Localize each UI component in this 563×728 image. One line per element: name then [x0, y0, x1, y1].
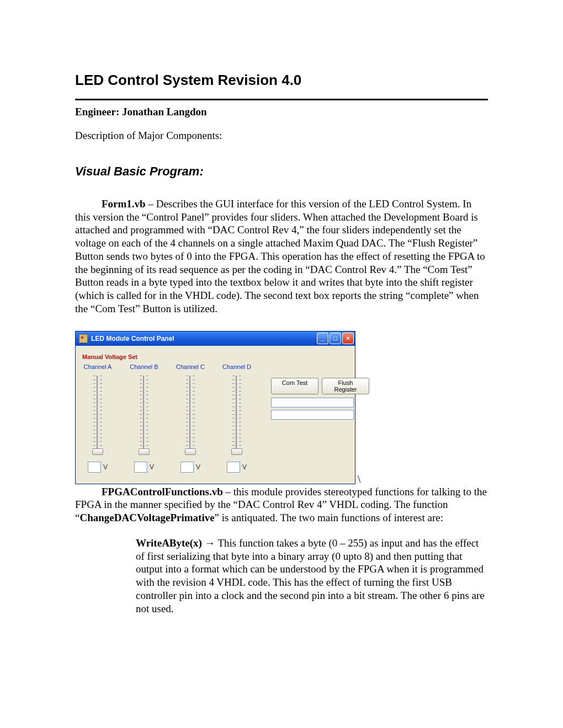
form1-body: – Describes the GUI interface for this v…	[75, 198, 485, 314]
fpga-paragraph: FPGAControlFunctions.vb – this module pr…	[75, 485, 488, 524]
window-icon	[79, 334, 88, 343]
stray-backslash: \	[358, 473, 360, 485]
channel-a-label: Channel A	[84, 363, 112, 370]
form1-paragraph: Form1.vb – Describes the GUI interface f…	[75, 197, 488, 315]
channel-c: Channel C V	[176, 363, 205, 473]
close-button[interactable]: ×	[342, 333, 354, 344]
section-vb-heading: Visual Basic Program:	[75, 164, 488, 179]
channel-d: Channel D V	[222, 363, 251, 473]
page-title: LED Control System Revision 4.0	[75, 72, 488, 89]
channel-b: Channel B V	[130, 363, 158, 473]
channel-a: Channel A V	[83, 363, 112, 473]
changedac-name: ChangeDACVoltagePrimative	[79, 512, 214, 523]
title-rule	[75, 99, 488, 100]
group-label: Manual Voltage Set	[81, 354, 353, 360]
form1-name: Form1.vb	[102, 198, 146, 210]
components-heading: Description of Major Components:	[75, 129, 488, 142]
engineer-line: Engineer: Jonathan Langdon	[75, 106, 488, 118]
channel-b-slider[interactable]	[137, 376, 151, 453]
channel-c-label: Channel C	[176, 363, 205, 370]
manual-voltage-group: Manual Voltage Set Channel A	[80, 350, 352, 473]
writeabyte-name: WriteAByte(x) →	[136, 537, 217, 549]
channel-b-label: Channel B	[130, 363, 158, 370]
channel-a-slider[interactable]	[91, 376, 105, 453]
fpga-name: FPGAControlFunctions.vb	[102, 486, 223, 497]
maximize-button[interactable]: □	[330, 333, 341, 344]
window-titlebar[interactable]: LED Module Control Panel _ □ ×	[76, 331, 355, 346]
channel-b-value[interactable]	[134, 462, 147, 473]
control-panel-window: LED Module Control Panel _ □ × Manual Vo…	[75, 331, 355, 484]
writeabyte-paragraph: WriteAByte(x) → This function takes a by…	[136, 537, 488, 615]
com-test-output[interactable]	[271, 410, 354, 420]
unit-label: V	[196, 463, 200, 471]
channel-d-value[interactable]	[227, 462, 240, 473]
minimize-button[interactable]: _	[317, 333, 328, 344]
fpga-body2: ” is antiquated. The two main functions …	[215, 512, 443, 523]
com-test-button[interactable]: Com Test	[271, 378, 318, 394]
unit-label: V	[103, 463, 108, 471]
channel-c-slider[interactable]	[183, 376, 198, 453]
channel-a-value[interactable]	[88, 462, 101, 473]
channel-d-label: Channel D	[222, 363, 251, 370]
com-test-input[interactable]	[271, 398, 354, 408]
unit-label: V	[242, 463, 247, 471]
channel-c-value[interactable]	[180, 462, 194, 473]
unit-label: V	[150, 463, 154, 471]
window-title: LED Module Control Panel	[91, 335, 317, 342]
channel-d-slider[interactable]	[230, 376, 244, 453]
flush-register-button[interactable]: Flush Register	[322, 378, 369, 394]
